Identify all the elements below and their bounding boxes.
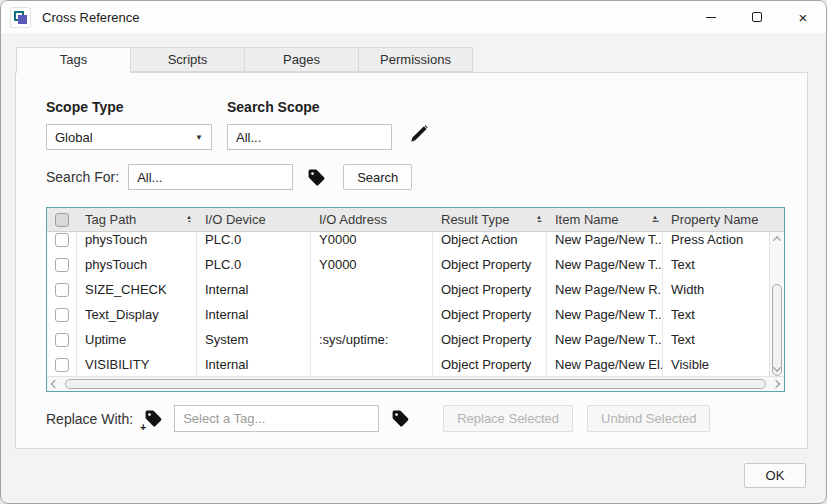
cell-item-name: New Page/New T... — [547, 327, 663, 352]
tag-icon — [307, 168, 326, 187]
table-row[interactable]: VISIBILITY Internal Object Property New … — [47, 352, 769, 376]
cell-io-device: Internal — [197, 302, 311, 327]
tab-scripts[interactable]: Scripts — [130, 47, 245, 72]
cross-reference-table: Tag Path ▲• I/O Device I/O Address Resul… — [46, 207, 785, 392]
chevron-down-icon: ▼ — [195, 133, 203, 142]
cell-item-name: New Page/New El... — [547, 352, 663, 376]
titlebar: Cross Reference × — [1, 1, 826, 33]
row-checkbox[interactable] — [47, 252, 77, 277]
cell-tag-path: Text_Display — [77, 302, 197, 327]
add-tag-button[interactable]: + — [142, 408, 164, 430]
minimize-icon — [706, 17, 716, 18]
cell-result-type: Object Property — [433, 327, 547, 352]
table-row[interactable]: physTouch PLC.0 Y0000 Object Action New … — [47, 232, 769, 252]
column-header-result-type[interactable]: Result Type ▲•• — [433, 208, 547, 231]
table-row[interactable]: physTouch PLC.0 Y0000 Object Property Ne… — [47, 252, 769, 277]
cell-result-type: Object Property — [433, 302, 547, 327]
ok-button[interactable]: OK — [744, 463, 806, 488]
tag-icon — [391, 409, 410, 428]
search-button[interactable]: Search — [343, 164, 412, 190]
sort-ascending-icon: ▲• — [186, 214, 192, 226]
chevron-left-icon — [51, 380, 59, 388]
tab-pages[interactable]: Pages — [244, 47, 359, 72]
cell-item-name: New Page/New T... — [547, 232, 663, 252]
column-header-property-name[interactable]: Property Name — [663, 208, 784, 231]
replace-tag-input[interactable] — [174, 405, 379, 432]
vertical-scrollbar[interactable] — [769, 232, 784, 376]
table-row[interactable]: Text_Display Internal Object Property Ne… — [47, 302, 769, 327]
maximize-icon — [752, 12, 762, 22]
row-checkbox[interactable] — [47, 302, 77, 327]
row-checkbox[interactable] — [47, 352, 77, 376]
cell-io-address: Y0000 — [311, 232, 433, 252]
scope-type-dropdown[interactable]: Global ▼ — [46, 124, 212, 150]
vertical-scroll-thumb[interactable] — [772, 284, 782, 376]
cell-tag-path: VISIBILITY — [77, 352, 197, 376]
horizontal-scroll-thumb[interactable] — [65, 379, 766, 389]
checkbox-icon — [55, 333, 69, 347]
table-rows-viewport: physTouch PLC.0 Y0000 Object Action New … — [47, 232, 769, 376]
checkbox-icon — [55, 358, 69, 372]
search-for-label: Search For: — [46, 169, 119, 185]
cell-property-name: Text — [663, 302, 769, 327]
tab-tags[interactable]: Tags — [16, 47, 131, 73]
cell-io-device: System — [197, 327, 311, 352]
column-header-item-name[interactable]: Item Name ▲••• — [547, 208, 663, 231]
close-button[interactable]: × — [780, 1, 826, 33]
pencil-icon — [408, 123, 430, 145]
sort-ascending-icon: ▲••• — [652, 214, 658, 226]
search-row: Search For: Search — [46, 164, 783, 190]
minimize-button[interactable] — [688, 1, 734, 33]
edit-scope-button[interactable] — [408, 123, 430, 149]
scroll-left-button[interactable] — [47, 377, 63, 391]
cell-property-name: Text — [663, 252, 769, 277]
scope-type-label: Scope Type — [46, 99, 212, 115]
unbind-selected-button[interactable]: Unbind Selected — [587, 405, 710, 432]
table-row[interactable]: Uptime System :sys/uptime: Object Proper… — [47, 327, 769, 352]
plus-icon: + — [140, 422, 146, 433]
tab-permissions[interactable]: Permissions — [358, 47, 473, 72]
column-header-io-address[interactable]: I/O Address — [311, 208, 433, 231]
horizontal-scrollbar[interactable] — [47, 376, 784, 391]
cell-item-name: New Page/New T... — [547, 252, 663, 277]
cell-io-device: Internal — [197, 352, 311, 376]
window-controls: × — [688, 1, 826, 33]
row-checkbox[interactable] — [47, 277, 77, 302]
sort-ascending-icon: ▲•• — [536, 214, 542, 226]
checkbox-icon — [55, 308, 69, 322]
cell-io-address — [311, 302, 433, 327]
add-tag-icon — [144, 409, 163, 428]
vertical-scroll-track[interactable] — [770, 246, 784, 362]
row-checkbox[interactable] — [47, 232, 77, 252]
tab-bar: Tags Scripts Pages Permissions — [16, 47, 472, 73]
search-tag-picker[interactable] — [305, 166, 327, 188]
column-label: Property Name — [671, 212, 758, 227]
cell-result-type: Object Property — [433, 252, 547, 277]
scroll-up-button[interactable] — [770, 232, 784, 246]
scope-type-group: Scope Type Global ▼ — [46, 99, 212, 150]
maximize-button[interactable] — [734, 1, 780, 33]
checkbox-icon — [55, 213, 69, 227]
cell-tag-path: SIZE_CHECK — [77, 277, 197, 302]
scroll-right-button[interactable] — [768, 377, 784, 391]
column-header-io-device[interactable]: I/O Device — [197, 208, 311, 231]
cell-property-name: Press Action — [663, 232, 769, 252]
row-checkbox[interactable] — [47, 327, 77, 352]
cell-io-device: PLC.0 — [197, 232, 311, 252]
table-row[interactable]: SIZE_CHECK Internal Object Property New … — [47, 277, 769, 302]
search-scope-group: Search Scope — [227, 99, 392, 150]
cell-tag-path: physTouch — [77, 252, 197, 277]
app-icon-purple-square — [18, 15, 27, 24]
cell-result-type: Object Property — [433, 277, 547, 302]
chevron-right-icon — [772, 380, 780, 388]
column-label: I/O Address — [319, 212, 387, 227]
select-all-checkbox[interactable] — [47, 208, 77, 231]
search-for-input[interactable] — [128, 164, 293, 190]
search-scope-input[interactable] — [227, 124, 392, 150]
column-header-tag-path[interactable]: Tag Path ▲• — [77, 208, 197, 231]
checkbox-icon — [55, 258, 69, 272]
replace-with-label: Replace With: — [46, 411, 133, 427]
replace-tag-picker[interactable] — [389, 408, 411, 430]
replace-selected-button[interactable]: Replace Selected — [443, 405, 573, 432]
replace-row: Replace With: + Replace Selected Unbind … — [46, 405, 783, 432]
